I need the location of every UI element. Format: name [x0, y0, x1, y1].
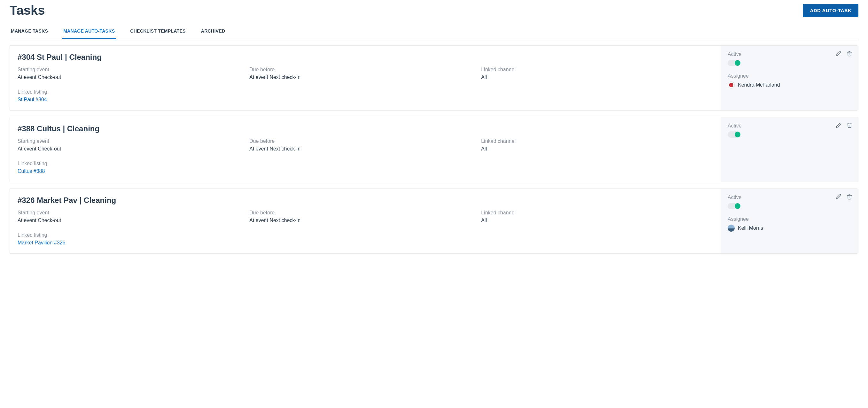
- detail-starting-event: Starting eventAt event Check-out: [18, 138, 249, 152]
- card-main: #304 St Paul | CleaningStarting eventAt …: [10, 46, 721, 110]
- detail-label: Linked channel: [481, 67, 713, 72]
- detail-value: At event Check-out: [18, 74, 249, 80]
- detail-value: All: [481, 146, 713, 152]
- tab-manage-auto-tasks[interactable]: MANAGE AUTO-TASKS: [62, 24, 116, 39]
- auto-task-card: #326 Market Pav | CleaningStarting event…: [9, 189, 859, 254]
- edit-icon[interactable]: [835, 193, 842, 200]
- detail-linked-listing: Linked listingMarket Pavilion #326: [18, 232, 249, 246]
- active-toggle[interactable]: [727, 60, 740, 66]
- card-actions: [835, 50, 853, 57]
- detail-value: At event Next check-in: [249, 146, 481, 152]
- detail-value: All: [481, 217, 713, 223]
- card-main: #388 Cultus | CleaningStarting eventAt e…: [10, 117, 721, 182]
- detail-value: At event Next check-in: [249, 74, 481, 80]
- trash-icon[interactable]: [846, 122, 853, 129]
- detail-label: Linked listing: [18, 232, 249, 238]
- detail-label: Due before: [249, 138, 481, 144]
- active-block: Active: [727, 195, 851, 209]
- assignee-name: Kendra McFarland: [738, 82, 780, 88]
- assignee-name: Kelli Morris: [738, 225, 763, 231]
- detail-label: Starting event: [18, 210, 249, 216]
- assignee-block: AssigneeKendra McFarland: [727, 73, 851, 89]
- details-grid: Starting eventAt event Check-outDue befo…: [18, 210, 713, 246]
- add-auto-task-button[interactable]: ADD AUTO-TASK: [803, 4, 859, 17]
- detail-value: At event Check-out: [18, 146, 249, 152]
- card-actions: [835, 193, 853, 200]
- tab-archived[interactable]: ARCHIVED: [200, 24, 227, 39]
- linked-listing-link[interactable]: Market Pavilion #326: [18, 240, 249, 246]
- toggle-knob: [735, 60, 740, 66]
- detail-label: Due before: [249, 67, 481, 72]
- card-main: #326 Market Pav | CleaningStarting event…: [10, 189, 721, 253]
- detail-linked-channel: Linked channelAll: [481, 67, 713, 80]
- details-grid: Starting eventAt event Check-outDue befo…: [18, 67, 713, 103]
- edit-icon[interactable]: [835, 122, 842, 129]
- detail-starting-event: Starting eventAt event Check-out: [18, 67, 249, 80]
- details-grid: Starting eventAt event Check-outDue befo…: [18, 138, 713, 174]
- card-actions: [835, 122, 853, 129]
- active-label: Active: [727, 123, 851, 129]
- linked-listing-link[interactable]: Cultus #388: [18, 168, 249, 174]
- detail-linked-listing: Linked listingSt Paul #304: [18, 89, 249, 103]
- page-header: Tasks ADD AUTO-TASK: [9, 0, 859, 24]
- avatar: [727, 81, 735, 89]
- detail-due-before: Due beforeAt event Next check-in: [249, 67, 481, 80]
- assignee-row: Kelli Morris: [727, 225, 851, 232]
- active-block: Active: [727, 123, 851, 138]
- trash-icon[interactable]: [846, 50, 853, 57]
- detail-value: At event Check-out: [18, 217, 249, 223]
- assignee-block: AssigneeKelli Morris: [727, 216, 851, 232]
- assignee-label: Assignee: [727, 73, 851, 79]
- cards-container: #304 St Paul | CleaningStarting eventAt …: [9, 45, 859, 254]
- detail-label: Due before: [249, 210, 481, 216]
- active-block: Active: [727, 52, 851, 66]
- detail-due-before: Due beforeAt event Next check-in: [249, 210, 481, 223]
- active-label: Active: [727, 52, 851, 57]
- auto-task-card: #304 St Paul | CleaningStarting eventAt …: [9, 45, 859, 110]
- detail-value: All: [481, 74, 713, 80]
- detail-starting-event: Starting eventAt event Check-out: [18, 210, 249, 223]
- detail-label: Linked channel: [481, 138, 713, 144]
- active-label: Active: [727, 195, 851, 200]
- active-toggle[interactable]: [727, 131, 740, 138]
- tabs-bar: MANAGE TASKSMANAGE AUTO-TASKSCHECKLIST T…: [9, 24, 859, 39]
- card-title: #326 Market Pav | Cleaning: [18, 196, 713, 205]
- detail-value: At event Next check-in: [249, 217, 481, 223]
- tab-manage-tasks[interactable]: MANAGE TASKS: [9, 24, 49, 39]
- toggle-knob: [735, 203, 740, 209]
- card-title: #388 Cultus | Cleaning: [18, 124, 713, 133]
- card-side: ActiveAssigneeKelli Morris: [721, 189, 858, 253]
- detail-label: Starting event: [18, 138, 249, 144]
- detail-linked-channel: Linked channelAll: [481, 210, 713, 223]
- card-side: Active: [721, 117, 858, 182]
- detail-due-before: Due beforeAt event Next check-in: [249, 138, 481, 152]
- detail-label: Linked listing: [18, 89, 249, 95]
- edit-icon[interactable]: [835, 50, 842, 57]
- detail-linked-listing: Linked listingCultus #388: [18, 161, 249, 174]
- tab-checklist-templates[interactable]: CHECKLIST TEMPLATES: [129, 24, 187, 39]
- auto-task-card: #388 Cultus | CleaningStarting eventAt e…: [9, 117, 859, 182]
- assignee-label: Assignee: [727, 216, 851, 222]
- active-toggle[interactable]: [727, 203, 740, 209]
- page-title: Tasks: [9, 3, 45, 18]
- avatar: [727, 225, 735, 232]
- card-title: #304 St Paul | Cleaning: [18, 53, 713, 62]
- detail-label: Linked channel: [481, 210, 713, 216]
- detail-linked-channel: Linked channelAll: [481, 138, 713, 152]
- trash-icon[interactable]: [846, 193, 853, 200]
- assignee-row: Kendra McFarland: [727, 81, 851, 89]
- detail-label: Linked listing: [18, 161, 249, 166]
- card-side: ActiveAssigneeKendra McFarland: [721, 46, 858, 110]
- linked-listing-link[interactable]: St Paul #304: [18, 97, 249, 103]
- toggle-knob: [735, 132, 740, 137]
- detail-label: Starting event: [18, 67, 249, 72]
